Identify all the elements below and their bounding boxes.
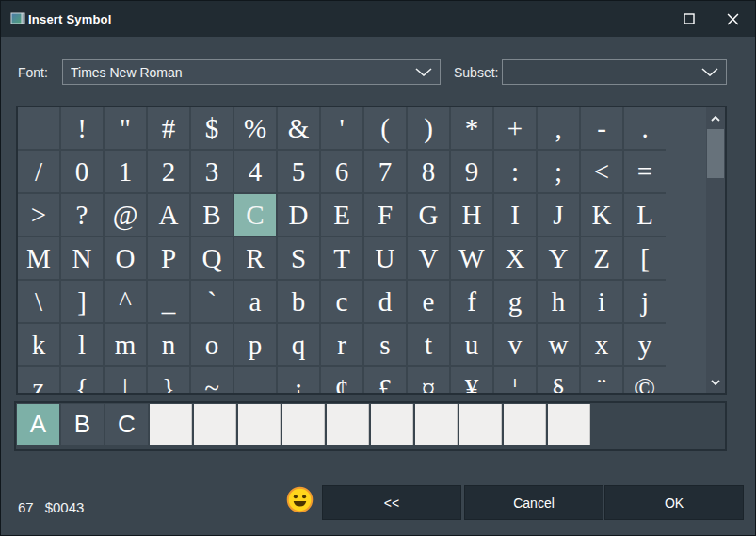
grid-cell[interactable]: U (364, 237, 406, 279)
grid-cell[interactable]: . (624, 107, 666, 149)
grid-cell[interactable]: ¤ (408, 367, 449, 393)
grid-cell[interactable]: y (624, 324, 666, 365)
grid-cell[interactable]: B (191, 194, 233, 236)
grid-cell[interactable]: ( (364, 107, 406, 149)
grid-cell[interactable]: | (105, 367, 146, 393)
recent-cell-empty[interactable] (327, 404, 369, 445)
grid-cell[interactable]: A (148, 194, 189, 236)
subset-select[interactable] (502, 59, 727, 85)
grid-cell[interactable]: @ (105, 194, 146, 236)
grid-scrollbar[interactable] (706, 107, 725, 393)
grid-cell[interactable]: $ (191, 107, 233, 149)
grid-cell[interactable]: 4 (234, 151, 276, 192)
grid-cell[interactable]: Y (538, 237, 579, 279)
grid-cell[interactable]: N (61, 237, 103, 279)
grid-cell[interactable]: W (451, 237, 492, 279)
grid-cell[interactable]: 8 (408, 151, 449, 192)
grid-cell[interactable]: o (191, 324, 233, 365)
grid-cell[interactable]: m (105, 324, 146, 365)
grid-cell[interactable]: q (278, 324, 319, 365)
grid-cell[interactable]: G (408, 194, 449, 236)
grid-cell[interactable]: : (494, 151, 536, 192)
collapse-button[interactable]: << (322, 485, 461, 520)
recent-cell[interactable]: A (17, 404, 59, 445)
grid-cell[interactable]: ¦ (494, 367, 536, 393)
grid-cell[interactable]: = (624, 151, 666, 192)
grid-cell[interactable]: O (105, 237, 146, 279)
grid-cell[interactable]: # (148, 107, 189, 149)
grid-cell[interactable]: , (538, 107, 579, 149)
grid-cell[interactable]: * (451, 107, 492, 149)
grid-cell[interactable]: 6 (321, 151, 362, 192)
grid-cell[interactable]: § (538, 367, 579, 393)
grid-cell[interactable]: ? (61, 194, 103, 236)
grid-cell[interactable]: J (538, 194, 579, 236)
recent-cell-empty[interactable] (548, 404, 590, 445)
grid-cell[interactable]: 9 (451, 151, 492, 192)
grid-cell[interactable]: ; (538, 151, 579, 192)
grid-cell[interactable]: ' (321, 107, 362, 149)
grid-cell[interactable]: 5 (278, 151, 319, 192)
grid-cell[interactable]: > (18, 194, 59, 236)
grid-cell[interactable]: b (278, 281, 319, 322)
grid-cell[interactable]: V (408, 237, 449, 279)
grid-cell[interactable]: t (408, 324, 449, 365)
grid-cell[interactable]: d (364, 281, 406, 322)
ok-button[interactable]: OK (604, 485, 744, 520)
grid-cell[interactable]: 1 (105, 151, 146, 192)
grid-cell[interactable]: w (538, 324, 579, 365)
grid-cell[interactable]: ! (61, 107, 103, 149)
grid-cell[interactable]: E (321, 194, 362, 236)
maximize-button[interactable] (670, 1, 708, 37)
grid-cell[interactable]: / (18, 151, 59, 192)
font-select[interactable]: Times New Roman (62, 59, 441, 85)
grid-cell[interactable]: & (278, 107, 319, 149)
grid-cell[interactable]: ) (408, 107, 449, 149)
grid-cell[interactable] (18, 107, 59, 149)
grid-cell[interactable]: { (61, 367, 103, 393)
recent-cell-empty[interactable] (238, 404, 281, 445)
grid-cell[interactable]: - (581, 107, 622, 149)
grid-cell[interactable]: a (234, 281, 276, 322)
close-button[interactable] (714, 1, 751, 37)
grid-cell[interactable]: j (624, 281, 666, 322)
grid-cell[interactable]: ] (61, 281, 103, 322)
grid-cell[interactable]: + (494, 107, 536, 149)
grid-cell[interactable]: ¨ (581, 367, 622, 393)
grid-cell[interactable]: h (538, 281, 579, 322)
grid-cell[interactable]: H (451, 194, 492, 236)
grid-cell[interactable]: r (321, 324, 362, 365)
grid-cell[interactable]: F (364, 194, 406, 236)
grid-cell[interactable]: M (18, 237, 59, 279)
grid-cell[interactable]: p (234, 324, 276, 365)
grid-cell[interactable]: ¡ (278, 367, 319, 393)
recent-cell-empty[interactable] (282, 404, 325, 445)
grid-cell[interactable]: 2 (148, 151, 189, 192)
grid-cell[interactable]: R (234, 237, 276, 279)
grid-cell[interactable]: g (494, 281, 536, 322)
grid-cell[interactable]: _ (148, 281, 189, 322)
grid-cell[interactable]: l (61, 324, 103, 365)
grid-cell[interactable]: K (581, 194, 622, 236)
grid-cell[interactable]: n (148, 324, 189, 365)
grid-cell[interactable]: } (148, 367, 189, 393)
grid-cell[interactable]: T (321, 237, 362, 279)
scrollbar-track[interactable] (706, 178, 725, 371)
grid-cell[interactable]: Z (581, 237, 622, 279)
grid-cell[interactable]: P (148, 237, 189, 279)
grid-cell[interactable]: x (581, 324, 622, 365)
recent-cell-empty[interactable] (415, 404, 458, 445)
grid-cell[interactable]: ¢ (321, 367, 362, 393)
grid-cell[interactable]: ¥ (451, 367, 492, 393)
grid-cell[interactable]: ~ (191, 367, 233, 393)
recent-cell[interactable]: C (105, 404, 148, 445)
grid-cell[interactable]: < (581, 151, 622, 192)
grid-cell[interactable]: ` (191, 281, 233, 322)
recent-cell-empty[interactable] (194, 404, 236, 445)
grid-cell[interactable]: z (18, 367, 59, 393)
grid-cell[interactable]: 0 (61, 151, 103, 192)
grid-cell[interactable]: e (408, 281, 449, 322)
grid-cell[interactable]: I (494, 194, 536, 236)
grid-cell[interactable]: " (105, 107, 146, 149)
grid-cell[interactable]: Q (191, 237, 233, 279)
